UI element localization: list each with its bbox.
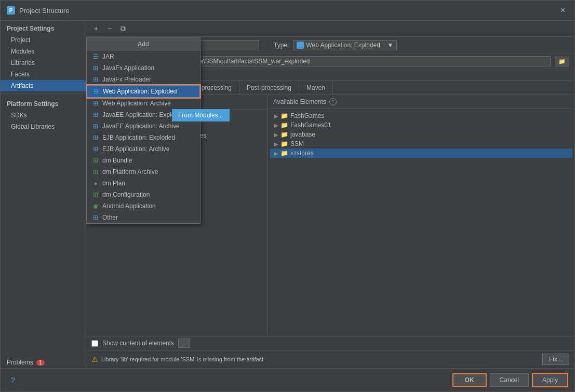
apply-button[interactable]: Apply	[532, 373, 568, 387]
tab-maven[interactable]: Maven	[299, 81, 333, 94]
ejb-icon: ⊞	[92, 145, 99, 153]
dropdown-item-jar[interactable]: ☰ JAR	[87, 51, 200, 62]
from-modules-button[interactable]: From Modules...	[172, 109, 230, 121]
bottom-buttons: ? OK Cancel Apply	[1, 368, 574, 391]
fix-button[interactable]: Fix...	[542, 354, 569, 365]
dropdown-item-dm-configuration[interactable]: ⊞ dm Configuration	[87, 189, 200, 200]
dropdown-menu: Add ☰ JAR ⊞ JavaFx Application ⊞ JavaFx …	[86, 37, 200, 224]
dropdown-item-dm-bundle[interactable]: ⊞ dm Bundle	[87, 155, 200, 166]
dm-icon: ⊞	[92, 157, 99, 164]
dropdown-item-other[interactable]: ⊞ Other	[87, 212, 200, 223]
android-icon: ◉	[92, 202, 99, 210]
warning-bar: ⚠ Library 'lib' required for module 'SSM…	[86, 350, 574, 368]
sidebar-item-global-libraries[interactable]: Global Libraries	[1, 121, 86, 132]
fx-icon: ⊞	[92, 76, 99, 83]
dropdown-item-web-archive[interactable]: ⊞ Web Application: Archive	[87, 98, 200, 109]
dropdown-item-dm-platform-archive[interactable]: ⊞ dm Platform Archive	[87, 166, 200, 178]
type-icon	[297, 42, 304, 49]
dm-icon: ⊞	[92, 191, 99, 198]
dropdown-item-javafx-preloader[interactable]: ⊞ JavaFx Preloader	[87, 74, 200, 85]
warning-icon: ⚠	[91, 355, 98, 363]
right-panel: + − ⧉ me: Type: Web Application: Explode…	[86, 21, 574, 368]
platform-settings-title: Platform Settings	[1, 96, 86, 110]
chevron-down-icon: ▼	[387, 42, 393, 49]
web-icon: ⊞	[92, 100, 99, 107]
elements-tree: ▶ 📁 FashGames ▶ 📁 FashGames01 ▶ 📁	[268, 109, 574, 336]
triangle-icon: ▶	[274, 151, 278, 156]
title-bar-left: P Project Structure	[7, 6, 70, 15]
title-bar: P Project Structure ×	[1, 1, 574, 21]
project-settings-title: Project Settings	[1, 21, 86, 34]
sidebar-item-sdks[interactable]: SDKs	[1, 110, 86, 121]
main-content: Project Settings Project Modules Librari…	[1, 21, 574, 368]
dm-icon: ⊞	[92, 168, 99, 175]
cancel-button[interactable]: Cancel	[490, 373, 529, 387]
sidebar-item-artifacts[interactable]: Artifacts	[1, 80, 86, 91]
elements-item-ssm[interactable]: ▶ 📁 SSM	[270, 139, 572, 148]
project-structure-dialog: P Project Structure × Project Settings P…	[0, 0, 575, 392]
sidebar-item-problems[interactable]: Problems 1	[1, 357, 86, 368]
sidebar-item-libraries[interactable]: Libraries	[1, 57, 86, 69]
triangle-icon: ▶	[274, 141, 278, 147]
divider	[1, 93, 86, 94]
elements-item-javabase[interactable]: ▶ 📁 javabase	[270, 130, 572, 139]
folder-icon: 📁	[280, 121, 288, 129]
folder-icon: 📁	[280, 112, 288, 119]
remove-artifact-button[interactable]: −	[104, 23, 115, 34]
other-icon: ⊞	[92, 214, 99, 221]
web-icon: ⊞	[92, 88, 100, 95]
jar-icon: ☰	[92, 53, 99, 60]
close-button[interactable]: ×	[557, 5, 568, 16]
triangle-icon: ▶	[274, 123, 278, 128]
dropdown-item-ejb-archive[interactable]: ⊞ EJB Application: Archive	[87, 143, 200, 155]
dots-button[interactable]: ...	[178, 339, 190, 348]
top-toolbar: + − ⧉	[86, 21, 574, 37]
dropdown-item-android-app[interactable]: ◉ Android Application	[87, 200, 200, 212]
help-icon[interactable]: ?	[329, 98, 337, 105]
sidebar-item-modules[interactable]: Modules	[1, 46, 86, 57]
from-modules-overlay: From Modules...	[172, 109, 230, 121]
elements-item-fashgames[interactable]: ▶ 📁 FashGames	[270, 111, 572, 120]
elements-item-xzstores[interactable]: ▶ 📁 xzstores	[270, 148, 572, 158]
dm-plan-icon: ●	[92, 180, 99, 187]
add-artifact-button[interactable]: +	[90, 23, 102, 34]
window-title: Project Structure	[19, 7, 70, 15]
app-icon: P	[7, 6, 15, 15]
output-browse-button[interactable]: 📁	[555, 57, 569, 66]
type-label: Type:	[274, 42, 289, 49]
dropdown-item-javaee-archive[interactable]: ⊞ JavaEE Application: Archive	[87, 120, 200, 132]
dropdown-item-web-exploded[interactable]: ⊞ Web Application: Exploded	[87, 85, 200, 98]
folder-icon: 📁	[280, 131, 288, 138]
triangle-icon: ▶	[274, 113, 278, 119]
jee-icon: ⊞	[92, 123, 99, 130]
fx-icon: ⊞	[92, 64, 99, 72]
bottom-bar: Show content of elements ...	[86, 336, 574, 350]
sidebar-item-facets[interactable]: Facets	[1, 69, 86, 80]
show-content-checkbox[interactable]	[91, 340, 98, 347]
ejb-icon: ⊞	[92, 134, 99, 141]
dropdown-item-ejb-exploded[interactable]: ⊞ EJB Application: Exploded	[87, 132, 200, 143]
tab-postprocessing[interactable]: Post-processing	[239, 81, 299, 94]
triangle-icon: ▶	[274, 132, 278, 138]
available-elements-panel: Available Elements ? ▶ 📁 FashGames ▶ 📁 F…	[268, 95, 574, 336]
folder-icon: 📁	[280, 140, 288, 147]
problems-badge: 1	[36, 360, 45, 366]
ok-button[interactable]: OK	[452, 373, 487, 387]
dropdown-item-javafx-app[interactable]: ⊞ JavaFx Application	[87, 62, 200, 74]
help-button[interactable]: ?	[11, 376, 15, 384]
copy-artifact-button[interactable]: ⧉	[117, 23, 129, 34]
sidebar-item-project[interactable]: Project	[1, 34, 86, 46]
folder-icon: 📁	[280, 150, 288, 157]
dropdown-header: Add	[87, 38, 200, 51]
type-select[interactable]: Web Application: Exploded ▼	[293, 40, 397, 50]
elements-header: Available Elements ?	[268, 95, 574, 109]
sidebar: Project Settings Project Modules Librari…	[1, 21, 86, 368]
elements-item-fashgames01[interactable]: ▶ 📁 FashGames01	[270, 120, 572, 130]
dropdown-item-dm-plan[interactable]: ● dm Plan	[87, 178, 200, 189]
jee-icon: ⊞	[92, 111, 99, 118]
